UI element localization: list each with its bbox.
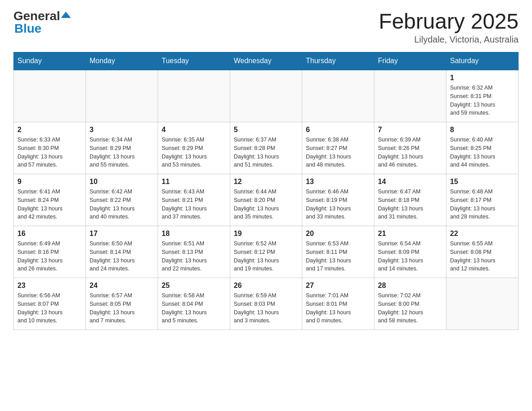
calendar-cell bbox=[14, 70, 86, 122]
calendar-cell bbox=[158, 70, 230, 122]
day-info: Sunrise: 6:57 AM Sunset: 8:05 PM Dayligh… bbox=[90, 291, 154, 325]
day-info: Sunrise: 6:48 AM Sunset: 8:17 PM Dayligh… bbox=[450, 188, 515, 221]
day-info: Sunrise: 6:51 AM Sunset: 8:13 PM Dayligh… bbox=[162, 240, 226, 273]
day-number: 8 bbox=[450, 126, 515, 134]
day-number: 21 bbox=[378, 230, 442, 238]
day-info: Sunrise: 6:54 AM Sunset: 8:09 PM Dayligh… bbox=[378, 240, 442, 273]
day-number: 14 bbox=[378, 178, 442, 186]
calendar-cell: 5Sunrise: 6:37 AM Sunset: 8:28 PM Daylig… bbox=[230, 122, 302, 174]
calendar-cell: 27Sunrise: 7:01 AM Sunset: 8:01 PM Dayli… bbox=[302, 278, 374, 330]
calendar-week-row: 23Sunrise: 6:56 AM Sunset: 8:07 PM Dayli… bbox=[14, 278, 519, 330]
day-number: 18 bbox=[162, 230, 226, 238]
calendar-day-header-monday: Monday bbox=[86, 52, 158, 70]
day-number: 13 bbox=[306, 178, 370, 186]
calendar-week-row: 16Sunrise: 6:49 AM Sunset: 8:16 PM Dayli… bbox=[14, 226, 519, 278]
calendar-cell: 15Sunrise: 6:48 AM Sunset: 8:17 PM Dayli… bbox=[446, 174, 519, 226]
day-number: 3 bbox=[90, 126, 154, 134]
calendar-cell: 13Sunrise: 6:46 AM Sunset: 8:19 PM Dayli… bbox=[302, 174, 374, 226]
day-number: 25 bbox=[162, 282, 226, 290]
calendar-cell: 18Sunrise: 6:51 AM Sunset: 8:13 PM Dayli… bbox=[158, 226, 230, 278]
day-info: Sunrise: 6:43 AM Sunset: 8:21 PM Dayligh… bbox=[162, 188, 226, 221]
day-number: 19 bbox=[234, 230, 298, 238]
day-number: 16 bbox=[17, 230, 82, 238]
calendar-cell: 7Sunrise: 6:39 AM Sunset: 8:26 PM Daylig… bbox=[374, 122, 446, 174]
day-info: Sunrise: 6:33 AM Sunset: 8:30 PM Dayligh… bbox=[17, 136, 82, 169]
day-number: 15 bbox=[450, 178, 515, 186]
day-number: 7 bbox=[378, 126, 442, 134]
calendar-cell: 17Sunrise: 6:50 AM Sunset: 8:14 PM Dayli… bbox=[86, 226, 158, 278]
calendar-cell: 20Sunrise: 6:53 AM Sunset: 8:11 PM Dayli… bbox=[302, 226, 374, 278]
day-number: 9 bbox=[17, 178, 82, 186]
calendar-cell bbox=[374, 70, 446, 122]
day-number: 22 bbox=[450, 230, 515, 238]
day-number: 24 bbox=[90, 282, 154, 290]
calendar-cell: 14Sunrise: 6:47 AM Sunset: 8:18 PM Dayli… bbox=[374, 174, 446, 226]
calendar-cell bbox=[302, 70, 374, 122]
day-info: Sunrise: 6:32 AM Sunset: 8:31 PM Dayligh… bbox=[450, 84, 515, 117]
calendar-week-row: 1Sunrise: 6:32 AM Sunset: 8:31 PM Daylig… bbox=[14, 70, 519, 122]
day-info: Sunrise: 6:50 AM Sunset: 8:14 PM Dayligh… bbox=[90, 240, 154, 273]
calendar-table: SundayMondayTuesdayWednesdayThursdayFrid… bbox=[13, 52, 519, 330]
logo-text-blue: Blue bbox=[14, 21, 42, 36]
day-number: 4 bbox=[162, 126, 226, 134]
calendar-day-header-wednesday: Wednesday bbox=[230, 52, 302, 70]
day-number: 6 bbox=[306, 126, 370, 134]
day-info: Sunrise: 6:44 AM Sunset: 8:20 PM Dayligh… bbox=[234, 188, 298, 221]
calendar-cell bbox=[230, 70, 302, 122]
day-info: Sunrise: 6:37 AM Sunset: 8:28 PM Dayligh… bbox=[234, 136, 298, 169]
day-info: Sunrise: 6:59 AM Sunset: 8:03 PM Dayligh… bbox=[234, 291, 298, 325]
day-info: Sunrise: 6:47 AM Sunset: 8:18 PM Dayligh… bbox=[378, 188, 442, 221]
day-number: 11 bbox=[162, 178, 226, 186]
calendar-cell: 22Sunrise: 6:55 AM Sunset: 8:08 PM Dayli… bbox=[446, 226, 519, 278]
day-info: Sunrise: 6:46 AM Sunset: 8:19 PM Dayligh… bbox=[306, 188, 370, 221]
day-number: 12 bbox=[234, 178, 298, 186]
calendar-cell bbox=[86, 70, 158, 122]
page-header: General Blue February 2025 Lilydale, Vic… bbox=[13, 9, 519, 45]
calendar-cell: 3Sunrise: 6:34 AM Sunset: 8:29 PM Daylig… bbox=[86, 122, 158, 174]
day-number: 5 bbox=[234, 126, 298, 134]
calendar-day-header-sunday: Sunday bbox=[14, 52, 86, 70]
location-title: Lilydale, Victoria, Australia bbox=[379, 34, 519, 45]
calendar-cell: 16Sunrise: 6:49 AM Sunset: 8:16 PM Dayli… bbox=[14, 226, 86, 278]
calendar-day-header-tuesday: Tuesday bbox=[158, 52, 230, 70]
day-info: Sunrise: 6:42 AM Sunset: 8:22 PM Dayligh… bbox=[90, 188, 154, 221]
day-info: Sunrise: 7:01 AM Sunset: 8:01 PM Dayligh… bbox=[306, 291, 370, 325]
calendar-cell: 2Sunrise: 6:33 AM Sunset: 8:30 PM Daylig… bbox=[14, 122, 86, 174]
day-info: Sunrise: 6:58 AM Sunset: 8:04 PM Dayligh… bbox=[162, 291, 226, 325]
day-info: Sunrise: 6:52 AM Sunset: 8:12 PM Dayligh… bbox=[234, 240, 298, 273]
day-info: Sunrise: 6:34 AM Sunset: 8:29 PM Dayligh… bbox=[90, 136, 154, 169]
day-info: Sunrise: 6:53 AM Sunset: 8:11 PM Dayligh… bbox=[306, 240, 370, 273]
day-info: Sunrise: 6:40 AM Sunset: 8:25 PM Dayligh… bbox=[450, 136, 515, 169]
calendar-cell: 23Sunrise: 6:56 AM Sunset: 8:07 PM Dayli… bbox=[14, 278, 86, 330]
calendar-cell: 21Sunrise: 6:54 AM Sunset: 8:09 PM Dayli… bbox=[374, 226, 446, 278]
logo-icon bbox=[61, 10, 71, 20]
calendar-cell: 11Sunrise: 6:43 AM Sunset: 8:21 PM Dayli… bbox=[158, 174, 230, 226]
calendar-cell: 19Sunrise: 6:52 AM Sunset: 8:12 PM Dayli… bbox=[230, 226, 302, 278]
day-info: Sunrise: 7:02 AM Sunset: 8:00 PM Dayligh… bbox=[378, 291, 442, 325]
day-number: 1 bbox=[450, 74, 515, 82]
calendar-cell bbox=[446, 278, 519, 330]
day-info: Sunrise: 6:41 AM Sunset: 8:24 PM Dayligh… bbox=[17, 188, 82, 221]
calendar-cell: 9Sunrise: 6:41 AM Sunset: 8:24 PM Daylig… bbox=[14, 174, 86, 226]
calendar-week-row: 2Sunrise: 6:33 AM Sunset: 8:30 PM Daylig… bbox=[14, 122, 519, 174]
calendar-week-row: 9Sunrise: 6:41 AM Sunset: 8:24 PM Daylig… bbox=[14, 174, 519, 226]
calendar-cell: 24Sunrise: 6:57 AM Sunset: 8:05 PM Dayli… bbox=[86, 278, 158, 330]
day-number: 20 bbox=[306, 230, 370, 238]
day-info: Sunrise: 6:56 AM Sunset: 8:07 PM Dayligh… bbox=[17, 291, 82, 325]
day-number: 28 bbox=[378, 282, 442, 290]
calendar-day-header-thursday: Thursday bbox=[302, 52, 374, 70]
day-number: 17 bbox=[90, 230, 154, 238]
day-info: Sunrise: 6:35 AM Sunset: 8:29 PM Dayligh… bbox=[162, 136, 226, 169]
calendar-cell: 6Sunrise: 6:38 AM Sunset: 8:27 PM Daylig… bbox=[302, 122, 374, 174]
day-info: Sunrise: 6:49 AM Sunset: 8:16 PM Dayligh… bbox=[17, 240, 82, 273]
month-title: February 2025 bbox=[379, 9, 519, 34]
day-number: 23 bbox=[17, 282, 82, 290]
calendar-cell: 1Sunrise: 6:32 AM Sunset: 8:31 PM Daylig… bbox=[446, 70, 519, 122]
day-number: 27 bbox=[306, 282, 370, 290]
day-number: 2 bbox=[17, 126, 82, 134]
day-info: Sunrise: 6:39 AM Sunset: 8:26 PM Dayligh… bbox=[378, 136, 442, 169]
title-area: February 2025 Lilydale, Victoria, Austra… bbox=[379, 9, 519, 45]
calendar-header-row: SundayMondayTuesdayWednesdayThursdayFrid… bbox=[14, 52, 519, 70]
calendar-cell: 12Sunrise: 6:44 AM Sunset: 8:20 PM Dayli… bbox=[230, 174, 302, 226]
calendar-day-header-saturday: Saturday bbox=[446, 52, 519, 70]
